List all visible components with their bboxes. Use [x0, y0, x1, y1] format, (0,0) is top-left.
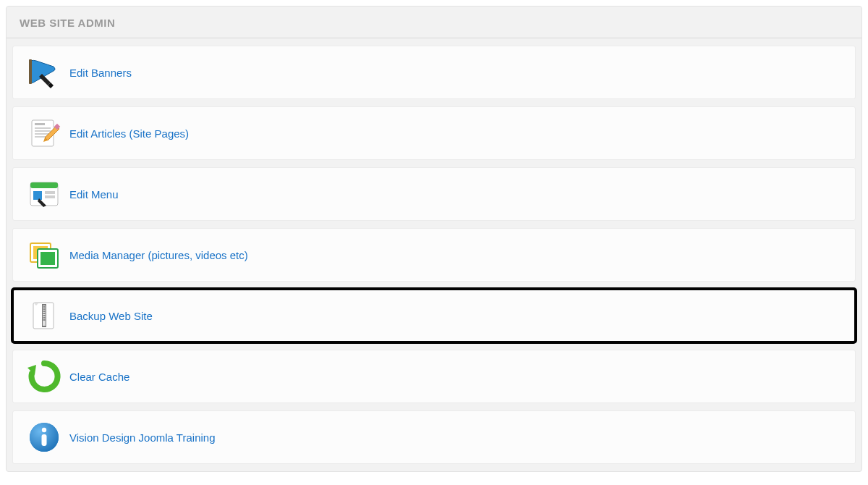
media-icon — [23, 236, 65, 274]
admin-item-label: Media Manager (pictures, videos etc) — [69, 249, 248, 261]
svg-rect-16 — [41, 252, 55, 265]
admin-item-label: Edit Articles (Site Pages) — [69, 127, 189, 140]
svg-rect-10 — [33, 191, 42, 200]
svg-rect-0 — [29, 59, 32, 84]
svg-rect-9 — [30, 182, 58, 188]
admin-item-edit-articles[interactable]: Edit Articles (Site Pages) — [12, 106, 856, 160]
svg-rect-20 — [43, 306, 46, 308]
admin-panel: WEB SITE ADMIN Edit Banners — [6, 6, 862, 472]
panel-title: WEB SITE ADMIN — [7, 7, 861, 38]
admin-item-label: Edit Banners — [69, 67, 132, 79]
svg-rect-2 — [35, 123, 45, 125]
refresh-icon — [23, 358, 65, 395]
admin-item-label: Clear Cache — [69, 371, 129, 383]
article-icon — [23, 114, 65, 152]
menu-icon — [23, 175, 65, 213]
svg-rect-22 — [43, 311, 46, 312]
admin-item-label: Backup Web Site — [69, 310, 153, 322]
svg-rect-30 — [42, 434, 47, 446]
admin-item-list: Edit Banners Edit Articles (Site Pages) — [7, 46, 861, 471]
admin-item-edit-menu[interactable]: Edit Menu — [12, 167, 856, 221]
svg-rect-21 — [43, 308, 46, 310]
admin-item-backup[interactable]: Backup Web Site — [12, 289, 856, 342]
svg-rect-24 — [43, 315, 46, 316]
admin-item-training[interactable]: Vision Design Joomla Training — [12, 410, 856, 464]
admin-item-label: Vision Design Joomla Training — [69, 431, 216, 444]
admin-item-edit-banners[interactable]: Edit Banners — [12, 46, 856, 99]
svg-rect-26 — [43, 319, 46, 321]
svg-rect-4 — [35, 130, 51, 132]
svg-rect-11 — [45, 191, 55, 194]
svg-rect-23 — [43, 313, 46, 314]
backup-icon — [23, 297, 65, 334]
svg-point-29 — [42, 428, 46, 432]
svg-rect-12 — [45, 195, 55, 198]
admin-item-media-manager[interactable]: Media Manager (pictures, videos etc) — [12, 228, 856, 282]
banner-icon — [23, 54, 65, 91]
admin-item-clear-cache[interactable]: Clear Cache — [12, 350, 856, 403]
svg-rect-3 — [35, 127, 51, 129]
info-icon — [23, 418, 65, 456]
admin-item-label: Edit Menu — [69, 188, 119, 201]
svg-rect-25 — [43, 317, 46, 319]
